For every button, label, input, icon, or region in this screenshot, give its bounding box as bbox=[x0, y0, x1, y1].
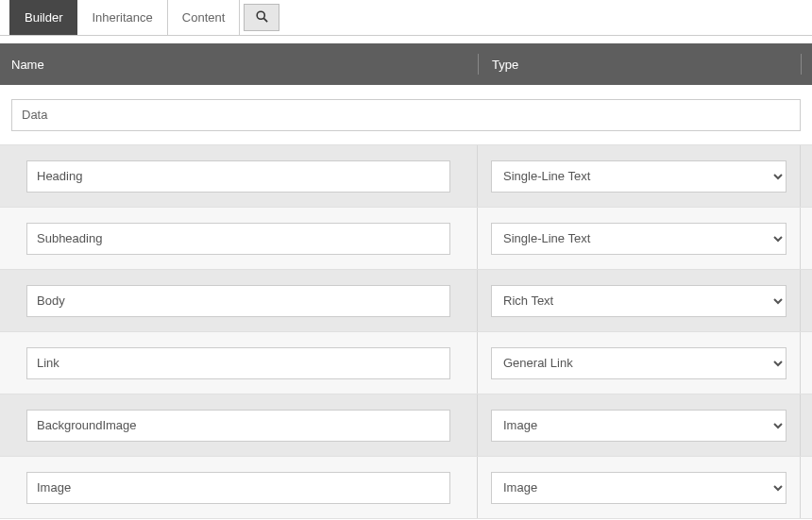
field-name-cell bbox=[0, 332, 478, 394]
field-name-input[interactable] bbox=[26, 285, 450, 317]
field-name-input[interactable] bbox=[26, 223, 450, 255]
field-type-cell: Single-Line TextRich TextGeneral LinkIma… bbox=[478, 145, 801, 207]
section-name-input[interactable] bbox=[11, 99, 801, 131]
field-end-cell bbox=[801, 332, 812, 394]
field-row: Single-Line TextRich TextGeneral LinkIma… bbox=[0, 270, 812, 332]
tab-bar: Builder Inheritance Content bbox=[0, 0, 812, 36]
field-name-cell bbox=[0, 270, 478, 331]
field-end-cell bbox=[801, 270, 812, 331]
field-type-cell: Single-Line TextRich TextGeneral LinkIma… bbox=[478, 394, 801, 456]
svg-point-0 bbox=[257, 11, 264, 19]
field-row: Single-Line TextRich TextGeneral LinkIma… bbox=[0, 394, 812, 457]
column-type-header: Type bbox=[478, 54, 801, 75]
field-name-input[interactable] bbox=[26, 160, 450, 193]
field-end-cell bbox=[801, 457, 812, 518]
field-type-select[interactable]: Single-Line TextRich TextGeneral LinkIma… bbox=[491, 223, 787, 255]
field-type-select[interactable]: Single-Line TextRich TextGeneral LinkIma… bbox=[491, 472, 787, 504]
field-type-select[interactable]: Single-Line TextRich TextGeneral LinkIma… bbox=[491, 285, 787, 317]
field-row: Single-Line TextRich TextGeneral LinkIma… bbox=[0, 145, 812, 208]
field-name-cell bbox=[0, 145, 478, 207]
field-end-cell bbox=[801, 394, 812, 456]
field-type-cell: Single-Line TextRich TextGeneral LinkIma… bbox=[478, 208, 801, 269]
field-type-select[interactable]: Single-Line TextRich TextGeneral LinkIma… bbox=[491, 160, 787, 193]
column-name-header: Name bbox=[0, 58, 478, 72]
search-icon bbox=[255, 9, 269, 26]
section-row bbox=[0, 85, 812, 145]
field-name-cell bbox=[0, 394, 478, 456]
field-row: Single-Line TextRich TextGeneral LinkIma… bbox=[0, 457, 812, 519]
field-name-cell bbox=[0, 457, 478, 518]
field-name-input[interactable] bbox=[26, 472, 450, 504]
tab-content[interactable]: Content bbox=[168, 0, 241, 35]
fields-list: Single-Line TextRich TextGeneral LinkIma… bbox=[0, 145, 812, 519]
column-header: Name Type bbox=[0, 43, 812, 85]
field-type-select[interactable]: Single-Line TextRich TextGeneral LinkIma… bbox=[491, 410, 787, 442]
field-name-input[interactable] bbox=[26, 347, 450, 379]
field-name-input[interactable] bbox=[26, 410, 450, 442]
column-end bbox=[801, 54, 812, 75]
field-name-cell bbox=[0, 208, 478, 269]
field-end-cell bbox=[801, 145, 812, 207]
tab-builder[interactable]: Builder bbox=[9, 0, 77, 35]
field-end-cell bbox=[801, 208, 812, 269]
field-type-select[interactable]: Single-Line TextRich TextGeneral LinkIma… bbox=[491, 347, 787, 379]
field-type-cell: Single-Line TextRich TextGeneral LinkIma… bbox=[478, 270, 801, 331]
svg-line-1 bbox=[263, 18, 267, 22]
tab-inheritance[interactable]: Inheritance bbox=[77, 0, 167, 35]
field-type-cell: Single-Line TextRich TextGeneral LinkIma… bbox=[478, 332, 801, 394]
field-type-cell: Single-Line TextRich TextGeneral LinkIma… bbox=[478, 457, 801, 518]
field-row: Single-Line TextRich TextGeneral LinkIma… bbox=[0, 332, 812, 394]
search-button[interactable] bbox=[244, 4, 279, 31]
field-row: Single-Line TextRich TextGeneral LinkIma… bbox=[0, 208, 812, 270]
